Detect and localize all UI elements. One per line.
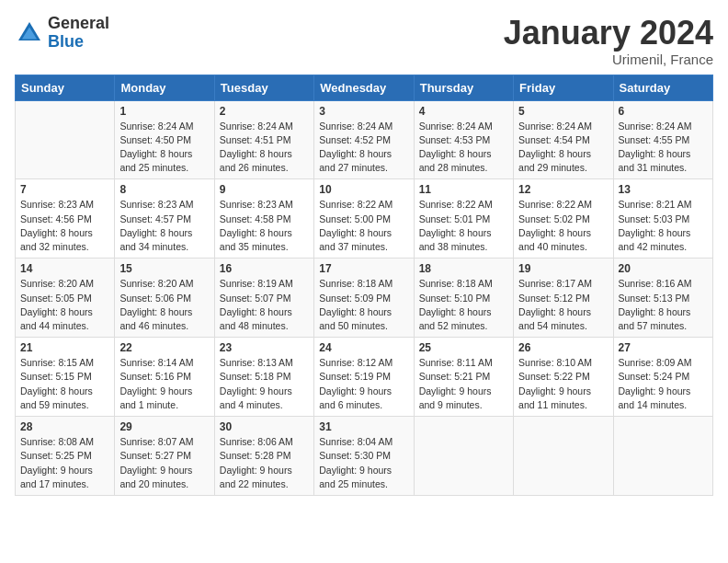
day-cell: 20Sunrise: 8:16 AMSunset: 5:13 PMDayligh… <box>613 259 712 338</box>
col-tuesday: Tuesday <box>214 75 313 100</box>
day-info: Sunrise: 8:18 AMSunset: 5:09 PMDaylight:… <box>319 277 408 333</box>
week-row-2: 7Sunrise: 8:23 AMSunset: 4:56 PMDaylight… <box>16 179 713 259</box>
day-info: Sunrise: 8:22 AMSunset: 5:02 PMDaylight:… <box>518 198 608 254</box>
day-info: Sunrise: 8:21 AMSunset: 5:03 PMDaylight:… <box>619 198 708 254</box>
day-cell: 24Sunrise: 8:12 AMSunset: 5:19 PMDayligh… <box>314 338 414 417</box>
day-info: Sunrise: 8:23 AMSunset: 4:56 PMDaylight:… <box>20 198 109 254</box>
day-info: Sunrise: 8:22 AMSunset: 5:01 PMDaylight:… <box>419 198 508 254</box>
day-number: 17 <box>319 262 408 275</box>
day-info: Sunrise: 8:07 AMSunset: 5:27 PMDaylight:… <box>119 435 209 491</box>
day-cell: 13Sunrise: 8:21 AMSunset: 5:03 PMDayligh… <box>613 179 712 259</box>
day-cell: 2Sunrise: 8:24 AMSunset: 4:51 PMDaylight… <box>214 100 313 179</box>
day-cell <box>16 100 115 179</box>
calendar-header: Sunday Monday Tuesday Wednesday Thursday… <box>16 75 713 100</box>
day-cell: 17Sunrise: 8:18 AMSunset: 5:09 PMDayligh… <box>314 259 414 338</box>
calendar-body: 1Sunrise: 8:24 AMSunset: 4:50 PMDaylight… <box>16 100 713 495</box>
month-title: January 2024 <box>504 15 713 52</box>
day-cell: 22Sunrise: 8:14 AMSunset: 5:16 PMDayligh… <box>115 338 214 417</box>
day-number: 2 <box>220 105 309 118</box>
day-info: Sunrise: 8:13 AMSunset: 5:18 PMDaylight:… <box>220 356 309 412</box>
day-number: 26 <box>518 341 608 354</box>
day-number: 19 <box>518 262 608 275</box>
day-info: Sunrise: 8:23 AMSunset: 4:57 PMDaylight:… <box>119 198 209 254</box>
day-cell: 30Sunrise: 8:06 AMSunset: 5:28 PMDayligh… <box>214 417 313 496</box>
day-info: Sunrise: 8:10 AMSunset: 5:22 PMDaylight:… <box>518 356 608 412</box>
week-row-1: 1Sunrise: 8:24 AMSunset: 4:50 PMDaylight… <box>16 100 713 179</box>
day-info: Sunrise: 8:20 AMSunset: 5:05 PMDaylight:… <box>20 277 109 333</box>
day-number: 24 <box>319 341 408 354</box>
header-row: Sunday Monday Tuesday Wednesday Thursday… <box>16 75 713 100</box>
day-cell: 15Sunrise: 8:20 AMSunset: 5:06 PMDayligh… <box>115 259 214 338</box>
day-cell: 28Sunrise: 8:08 AMSunset: 5:25 PMDayligh… <box>16 417 115 496</box>
day-number: 22 <box>119 341 209 354</box>
day-info: Sunrise: 8:16 AMSunset: 5:13 PMDaylight:… <box>619 277 708 333</box>
day-info: Sunrise: 8:12 AMSunset: 5:19 PMDaylight:… <box>319 356 408 412</box>
day-cell: 21Sunrise: 8:15 AMSunset: 5:15 PMDayligh… <box>16 338 115 417</box>
day-number: 27 <box>619 341 708 354</box>
day-cell: 14Sunrise: 8:20 AMSunset: 5:05 PMDayligh… <box>16 259 115 338</box>
col-thursday: Thursday <box>414 75 513 100</box>
day-cell: 27Sunrise: 8:09 AMSunset: 5:24 PMDayligh… <box>613 338 712 417</box>
day-cell: 5Sunrise: 8:24 AMSunset: 4:54 PMDaylight… <box>514 100 613 179</box>
day-info: Sunrise: 8:24 AMSunset: 4:50 PMDaylight:… <box>119 120 209 176</box>
day-cell: 12Sunrise: 8:22 AMSunset: 5:02 PMDayligh… <box>514 179 613 259</box>
day-cell: 10Sunrise: 8:22 AMSunset: 5:00 PMDayligh… <box>314 179 414 259</box>
day-cell: 18Sunrise: 8:18 AMSunset: 5:10 PMDayligh… <box>414 259 513 338</box>
day-info: Sunrise: 8:24 AMSunset: 4:53 PMDaylight:… <box>419 120 508 176</box>
title-block: January 2024 Urimenil, France <box>504 15 713 67</box>
day-info: Sunrise: 8:08 AMSunset: 5:25 PMDaylight:… <box>20 435 109 491</box>
day-number: 18 <box>419 262 508 275</box>
day-cell: 6Sunrise: 8:24 AMSunset: 4:55 PMDaylight… <box>613 100 712 179</box>
day-number: 30 <box>220 420 309 433</box>
day-number: 10 <box>319 183 408 196</box>
day-info: Sunrise: 8:22 AMSunset: 5:00 PMDaylight:… <box>319 198 408 254</box>
day-number: 20 <box>619 262 708 275</box>
day-cell: 16Sunrise: 8:19 AMSunset: 5:07 PMDayligh… <box>214 259 313 338</box>
logo: General Blue <box>15 15 109 52</box>
day-cell: 8Sunrise: 8:23 AMSunset: 4:57 PMDaylight… <box>115 179 214 259</box>
col-sunday: Sunday <box>16 75 115 100</box>
day-number: 4 <box>419 105 508 118</box>
day-number: 13 <box>619 183 708 196</box>
week-row-4: 21Sunrise: 8:15 AMSunset: 5:15 PMDayligh… <box>16 338 713 417</box>
day-cell <box>514 417 613 496</box>
day-number: 1 <box>119 105 209 118</box>
day-number: 14 <box>20 262 109 275</box>
day-cell: 1Sunrise: 8:24 AMSunset: 4:50 PMDaylight… <box>115 100 214 179</box>
day-number: 21 <box>20 341 109 354</box>
day-info: Sunrise: 8:24 AMSunset: 4:51 PMDaylight:… <box>220 120 309 176</box>
day-cell: 4Sunrise: 8:24 AMSunset: 4:53 PMDaylight… <box>414 100 513 179</box>
day-number: 3 <box>319 105 408 118</box>
day-number: 29 <box>119 420 209 433</box>
day-number: 9 <box>220 183 309 196</box>
day-number: 28 <box>20 420 109 433</box>
day-number: 16 <box>220 262 309 275</box>
day-number: 8 <box>119 183 209 196</box>
day-cell: 3Sunrise: 8:24 AMSunset: 4:52 PMDaylight… <box>314 100 414 179</box>
page-header: General Blue January 2024 Urimenil, Fran… <box>15 15 713 67</box>
day-cell: 9Sunrise: 8:23 AMSunset: 4:58 PMDaylight… <box>214 179 313 259</box>
col-friday: Friday <box>514 75 613 100</box>
day-number: 12 <box>518 183 608 196</box>
day-info: Sunrise: 8:24 AMSunset: 4:54 PMDaylight:… <box>518 120 608 176</box>
logo-icon <box>15 18 44 48</box>
day-cell: 23Sunrise: 8:13 AMSunset: 5:18 PMDayligh… <box>214 338 313 417</box>
day-cell: 31Sunrise: 8:04 AMSunset: 5:30 PMDayligh… <box>314 417 414 496</box>
day-cell: 29Sunrise: 8:07 AMSunset: 5:27 PMDayligh… <box>115 417 214 496</box>
day-info: Sunrise: 8:18 AMSunset: 5:10 PMDaylight:… <box>419 277 508 333</box>
day-info: Sunrise: 8:24 AMSunset: 4:55 PMDaylight:… <box>619 120 708 176</box>
day-number: 25 <box>419 341 508 354</box>
col-saturday: Saturday <box>613 75 712 100</box>
day-cell: 25Sunrise: 8:11 AMSunset: 5:21 PMDayligh… <box>414 338 513 417</box>
day-cell: 19Sunrise: 8:17 AMSunset: 5:12 PMDayligh… <box>514 259 613 338</box>
day-number: 11 <box>419 183 508 196</box>
col-wednesday: Wednesday <box>314 75 414 100</box>
day-info: Sunrise: 8:06 AMSunset: 5:28 PMDaylight:… <box>220 435 309 491</box>
day-number: 15 <box>119 262 209 275</box>
day-cell <box>613 417 712 496</box>
logo-text: General Blue <box>48 15 109 52</box>
day-info: Sunrise: 8:23 AMSunset: 4:58 PMDaylight:… <box>220 198 309 254</box>
day-cell <box>414 417 513 496</box>
day-info: Sunrise: 8:24 AMSunset: 4:52 PMDaylight:… <box>319 120 408 176</box>
day-cell: 11Sunrise: 8:22 AMSunset: 5:01 PMDayligh… <box>414 179 513 259</box>
